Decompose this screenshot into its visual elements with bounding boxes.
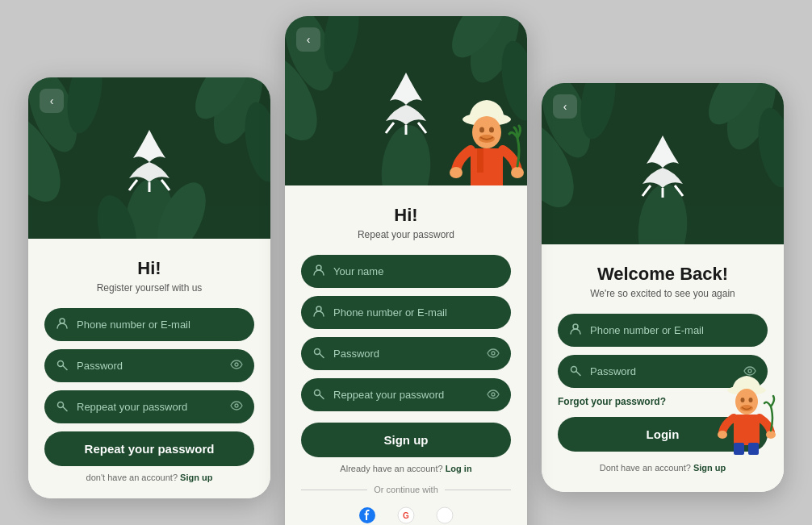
middle-already-row: Already have an account? Log in [301,464,511,473]
svg-point-24 [489,127,494,133]
left-field-password[interactable]: Password [44,349,254,382]
left-field-repeat-password[interactable]: Reppeat your password [44,390,254,423]
middle-repeat-label: Reppeat your password [333,389,479,401]
right-password-label: Password [590,365,735,377]
svg-point-51 [748,369,751,373]
eye-icon-2[interactable] [230,400,243,413]
person-icon [56,317,69,332]
left-body: Hi! Register yourself with us Phone numb… [28,239,270,498]
right-field-password[interactable]: Password [558,355,768,388]
left-footer: don't have an account? Sign up [44,473,254,482]
left-subtitle: Register yourself with us [44,282,254,294]
divider-right [445,490,511,490]
right-body: Welcome Back! We're so excited to see yo… [542,244,784,492]
right-back-button[interactable]: ‹ [553,94,577,119]
svg-text:G: G [403,511,409,520]
right-field-phone[interactable]: Phone number or E-mail [558,314,768,347]
key-icon-m2 [312,387,325,402]
middle-body: Hi! Repeat your password Your name Phone… [285,185,527,525]
right-card: ‹ Welcome Back! We're so excited to see … [542,83,784,492]
left-phone-label: Phone number or E-mail [77,319,243,331]
middle-title: Hi! [301,205,511,226]
key-icon-m1 [312,346,325,361]
person-icon-m2 [312,305,325,320]
middle-password-label: Password [333,348,479,360]
middle-field-password[interactable]: Password [301,337,511,370]
left-header: ‹ [28,77,270,239]
person-icon-m [312,264,325,279]
svg-point-35 [492,352,495,355]
left-password-label: Password [77,360,222,372]
right-signup-link[interactable]: Sign up [693,463,726,473]
svg-point-11 [235,363,238,366]
middle-field-phone[interactable]: Phone number or E-mail [301,296,511,329]
svg-point-49 [573,324,578,329]
key-icon-2 [56,399,69,415]
svg-point-29 [511,167,524,178]
left-field-phone[interactable]: Phone number or E-mail [44,308,254,341]
middle-field-name[interactable]: Your name [301,255,511,288]
middle-logo [374,65,438,137]
svg-point-37 [492,393,495,396]
svg-point-9 [60,319,65,323]
apple-button[interactable] [432,502,458,525]
right-subtitle: We're so excited to see you again [558,288,768,299]
middle-subtitle: Repeat your password [301,229,511,240]
middle-field-repeat[interactable]: Reppeat your password [301,378,511,411]
farmer-character-middle [446,77,527,185]
left-card: ‹ Hi! Register yourself with us Phone nu… [28,77,270,498]
right-footer: Dont have an account? Sign up [558,463,768,473]
right-logo [630,127,695,200]
eye-icon-m2[interactable] [487,389,500,402]
left-logo [117,122,182,194]
middle-signup-button[interactable]: Sign up [301,423,511,457]
eye-icon-m1[interactable] [487,348,500,360]
left-repeat-label: Reppeat your password [77,401,222,413]
svg-point-28 [450,167,463,178]
forgot-password-link[interactable]: Forgot your password? [558,396,768,407]
divider-left [301,490,367,490]
divider-label: Or continue with [374,485,437,494]
right-login-area: Login [558,417,768,452]
right-title: Welcome Back! [558,264,768,285]
google-button[interactable]: G [393,502,419,525]
middle-name-label: Your name [333,265,500,277]
svg-rect-27 [477,148,483,173]
svg-point-32 [316,265,321,270]
middle-card: ‹ [285,16,527,525]
middle-header: ‹ [285,16,527,185]
left-signup-link[interactable]: Sign up [180,473,212,482]
key-icon-1 [56,358,69,373]
left-title: Hi! [44,258,254,279]
middle-login-link[interactable]: Log in [446,464,472,473]
svg-point-41 [437,507,453,523]
middle-divider: Or continue with [301,485,511,494]
svg-point-23 [479,127,484,133]
middle-back-button[interactable]: ‹ [296,27,320,52]
left-primary-button[interactable]: Repeat your password [44,431,254,466]
key-icon-r [569,364,582,379]
left-back-button[interactable]: ‹ [40,89,64,113]
eye-icon-1[interactable] [230,359,243,372]
right-phone-label: Phone number or E-mail [590,324,756,336]
svg-point-25 [479,135,495,143]
svg-point-13 [235,404,238,407]
svg-rect-26 [471,148,503,185]
eye-icon-r[interactable] [743,365,756,378]
right-login-button[interactable]: Login [558,417,768,452]
social-icons-row: G [301,502,511,525]
middle-phone-label: Phone number or E-mail [333,306,500,319]
svg-point-22 [472,116,501,148]
right-header: ‹ [542,83,784,244]
facebook-button[interactable] [354,502,380,525]
svg-point-33 [316,306,321,311]
person-icon-r [569,323,582,338]
